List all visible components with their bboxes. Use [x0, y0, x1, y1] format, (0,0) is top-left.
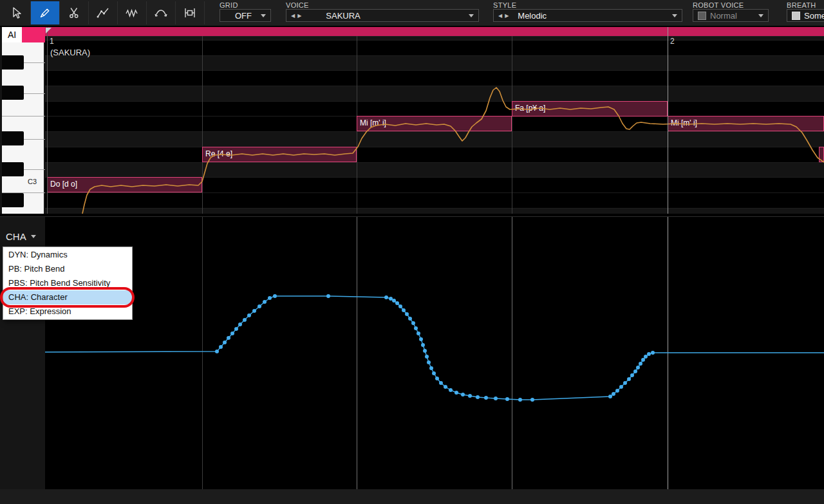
prev-next-icons[interactable]: ◀▶: [291, 13, 304, 19]
param-point[interactable]: [636, 366, 640, 369]
breath-select[interactable]: Somet: [787, 9, 824, 22]
param-point[interactable]: [243, 318, 247, 322]
black-key[interactable]: [2, 131, 24, 145]
param-point[interactable]: [494, 397, 498, 400]
param-point[interactable]: [484, 396, 488, 400]
scissors-icon: [67, 6, 81, 20]
param-point[interactable]: [444, 385, 447, 389]
param-point[interactable]: [223, 341, 227, 344]
param-grid[interactable]: [45, 216, 824, 489]
note-grid[interactable]: (SAKURA) 12Do [d o]Re [4 e]Mi [m' i]Fa […: [45, 36, 824, 214]
param-curve[interactable]: [45, 217, 824, 489]
param-point[interactable]: [627, 377, 631, 381]
style-label: STYLE: [493, 1, 516, 9]
param-point[interactable]: [273, 294, 277, 298]
param-point[interactable]: [612, 392, 615, 396]
param-point[interactable]: [633, 369, 637, 373]
param-point[interactable]: [647, 352, 651, 356]
param-point[interactable]: [623, 381, 627, 385]
param-point[interactable]: [639, 362, 642, 366]
param-point[interactable]: [619, 385, 623, 389]
param-point[interactable]: [644, 355, 648, 359]
param-point[interactable]: [263, 300, 267, 304]
curve-tool-button[interactable]: [147, 1, 176, 24]
param-point[interactable]: [518, 398, 522, 402]
param-selector[interactable]: CHA: [6, 231, 36, 242]
vibrato-tool-button[interactable]: [118, 1, 147, 24]
param-point[interactable]: [247, 313, 251, 317]
param-point[interactable]: [435, 377, 439, 380]
breath-value: Somet: [804, 11, 824, 21]
param-point[interactable]: [219, 345, 223, 349]
param-point[interactable]: [238, 322, 242, 326]
highlighted-key[interactable]: [22, 27, 45, 42]
pencil-tool-button[interactable]: [31, 1, 60, 24]
param-point[interactable]: [268, 296, 272, 300]
app-window: GRID OFF VOICE ◀▶ SAKURA STYLE ◀▶ Melodi…: [0, 0, 824, 504]
param-point[interactable]: [468, 394, 472, 398]
black-key[interactable]: [2, 162, 24, 176]
param-point[interactable]: [389, 297, 393, 301]
param-point[interactable]: [395, 301, 399, 305]
param-point[interactable]: [423, 349, 427, 353]
param-point[interactable]: [326, 294, 330, 298]
param-point[interactable]: [461, 393, 465, 397]
scissors-tool-button[interactable]: [60, 1, 89, 24]
param-point[interactable]: [425, 355, 429, 359]
param-point[interactable]: [449, 388, 453, 392]
param-dropdown-menu: DYN: DynamicsPB: Pitch BendPBS: Pitch Be…: [3, 247, 133, 320]
param-point[interactable]: [402, 308, 406, 312]
param-point[interactable]: [432, 371, 436, 375]
param-point[interactable]: [258, 304, 261, 308]
param-point[interactable]: [454, 391, 458, 395]
timeline-ruler[interactable]: [45, 27, 824, 36]
param-point[interactable]: [230, 331, 234, 335]
robot-voice-value: Normal: [710, 11, 737, 21]
param-point[interactable]: [215, 350, 219, 353]
param-point[interactable]: [417, 331, 420, 335]
param-point[interactable]: [641, 358, 645, 362]
black-key[interactable]: [2, 86, 24, 100]
prev-next-icons[interactable]: ◀▶: [498, 13, 511, 19]
grid-select[interactable]: OFF: [220, 9, 271, 22]
param-point[interactable]: [427, 360, 431, 364]
pitch-curve: [45, 36, 824, 214]
param-point[interactable]: [408, 317, 412, 321]
select-tool-button[interactable]: [2, 1, 31, 24]
voice-select[interactable]: ◀▶ SAKURA: [286, 9, 479, 22]
param-point[interactable]: [384, 295, 388, 299]
param-point[interactable]: [630, 373, 634, 377]
piano-keyboard[interactable]: AI C3: [0, 27, 45, 214]
menu-item-dyn[interactable]: DYN: Dynamics: [3, 248, 132, 262]
menu-item-pb[interactable]: PB: Pitch Bend: [3, 262, 132, 276]
param-point[interactable]: [429, 366, 433, 370]
param-point[interactable]: [392, 299, 396, 303]
param-point[interactable]: [651, 351, 655, 355]
robot-voice-select[interactable]: Normal: [693, 9, 769, 22]
param-point[interactable]: [234, 327, 238, 331]
chevron-down-icon: [31, 235, 36, 238]
param-point[interactable]: [615, 389, 619, 393]
param-point[interactable]: [398, 304, 402, 308]
width-tool-button[interactable]: [176, 1, 205, 24]
param-point[interactable]: [414, 326, 418, 330]
voice-label: VOICE: [286, 1, 309, 9]
param-point[interactable]: [419, 337, 423, 341]
black-key[interactable]: [2, 193, 24, 207]
style-select[interactable]: ◀▶ Melodic: [493, 9, 682, 22]
param-point[interactable]: [252, 309, 256, 313]
param-point[interactable]: [227, 336, 230, 340]
param-point[interactable]: [505, 397, 509, 401]
param-point[interactable]: [411, 321, 415, 325]
param-point[interactable]: [530, 398, 534, 402]
annotation-highlight: [0, 287, 135, 308]
playhead-marker-icon[interactable]: [46, 28, 52, 33]
param-point[interactable]: [439, 381, 443, 385]
param-point[interactable]: [405, 312, 409, 316]
param-point[interactable]: [421, 343, 425, 347]
line-tool-button[interactable]: [89, 1, 118, 24]
param-point[interactable]: [608, 395, 612, 398]
param-point[interactable]: [476, 395, 480, 399]
width-adjust-icon: [183, 6, 197, 20]
black-key[interactable]: [2, 55, 24, 70]
